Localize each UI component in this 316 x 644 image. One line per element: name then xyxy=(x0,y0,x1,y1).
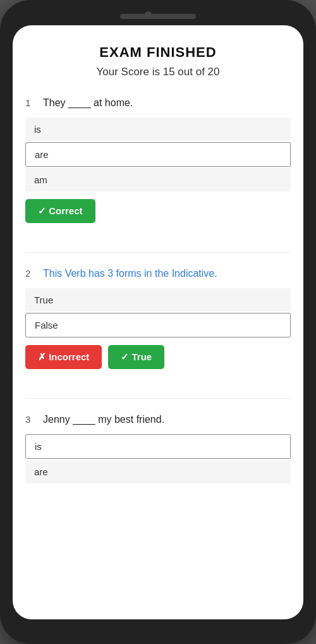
question-block-1: 1They ____ at home.isaream✓ Correct xyxy=(25,97,291,229)
questions-container: 1They ____ at home.isaream✓ Correct2This… xyxy=(25,97,291,491)
question-text-2: This Verb has 3 forms in the Indicative. xyxy=(43,268,217,279)
result-buttons-1: ✓ Correct xyxy=(25,199,291,223)
correct-button-1[interactable]: ✓ Correct xyxy=(25,199,95,223)
result-buttons-2: ✗ Incorrect✓ True xyxy=(25,345,291,369)
question-block-2: 2This Verb has 3 forms in the Indicative… xyxy=(25,268,291,375)
screen: EXAM FINISHED Your Score is 15 out of 20… xyxy=(13,25,303,619)
question-number-2: 2 xyxy=(25,268,37,279)
question-block-3: 3Jenny ____ my best friend.isare xyxy=(25,414,291,491)
option-3-1[interactable]: is xyxy=(25,434,291,459)
true-button-2[interactable]: ✓ True xyxy=(108,345,164,369)
option-1-1[interactable]: is xyxy=(25,118,291,141)
option-2-1[interactable]: True xyxy=(25,288,291,312)
question-header-1: 1They ____ at home. xyxy=(25,97,291,109)
question-header-2: 2This Verb has 3 forms in the Indicative… xyxy=(25,268,291,279)
divider-2 xyxy=(25,398,291,399)
question-number-1: 1 xyxy=(25,97,37,108)
question-text-1: They ____ at home. xyxy=(43,97,133,109)
question-number-3: 3 xyxy=(25,414,37,425)
divider-1 xyxy=(25,252,291,253)
exam-score: Your Score is 15 out of 20 xyxy=(25,66,291,78)
speaker xyxy=(120,14,196,19)
question-text-3: Jenny ____ my best friend. xyxy=(43,414,164,425)
exam-title: EXAM FINISHED xyxy=(25,44,291,61)
option-1-3[interactable]: am xyxy=(25,168,291,191)
option-2-2[interactable]: False xyxy=(25,313,291,337)
phone-frame: EXAM FINISHED Your Score is 15 out of 20… xyxy=(0,0,316,644)
option-1-2[interactable]: are xyxy=(25,142,291,167)
incorrect-button-2[interactable]: ✗ Incorrect xyxy=(25,345,102,369)
option-3-2[interactable]: are xyxy=(25,460,291,483)
question-header-3: 3Jenny ____ my best friend. xyxy=(25,414,291,425)
